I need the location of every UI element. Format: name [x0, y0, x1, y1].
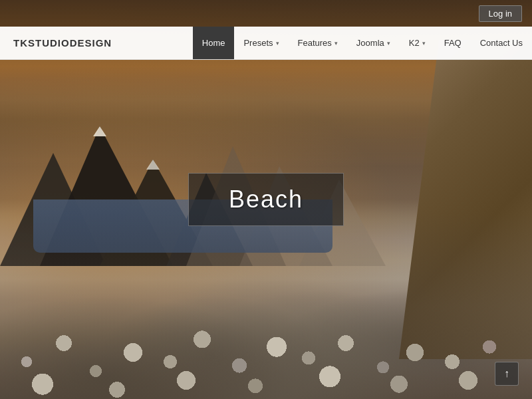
- hero-title-container: Beach: [100, 173, 432, 226]
- chevron-down-icon: ▾: [422, 40, 426, 47]
- svg-marker-8: [146, 160, 160, 170]
- nav-item-features[interactable]: Features ▾: [289, 27, 347, 59]
- chevron-down-icon: ▾: [387, 40, 390, 47]
- nav-item-home[interactable]: Home: [193, 27, 235, 59]
- navbar: TKSTUDIODESIGN Home Presets ▾ Features ▾…: [0, 27, 532, 60]
- chevron-down-icon: ▾: [334, 40, 338, 47]
- nav-item-joomla[interactable]: Joomla ▾: [347, 27, 400, 59]
- nav-item-presets[interactable]: Presets ▾: [234, 27, 288, 59]
- pebble-foreground: [0, 213, 532, 399]
- hero-title: Beach: [229, 186, 303, 213]
- nav-item-faq[interactable]: FAQ: [435, 27, 471, 59]
- nav-menu: Home Presets ▾ Features ▾ Joomla ▾ K2 ▾ …: [193, 27, 532, 59]
- scroll-top-button[interactable]: ↑: [495, 362, 519, 386]
- login-button[interactable]: Log in: [479, 5, 522, 22]
- brand-logo: TKSTUDIODESIGN: [0, 37, 112, 49]
- chevron-down-icon: ▾: [276, 40, 279, 47]
- svg-marker-7: [93, 126, 106, 136]
- arrow-up-icon: ↑: [504, 368, 509, 380]
- nav-item-k2[interactable]: K2 ▾: [400, 27, 435, 59]
- hero-title-box: Beach: [188, 173, 344, 226]
- nav-item-contact[interactable]: Contact Us: [471, 27, 532, 59]
- top-bar: Log in: [0, 0, 532, 27]
